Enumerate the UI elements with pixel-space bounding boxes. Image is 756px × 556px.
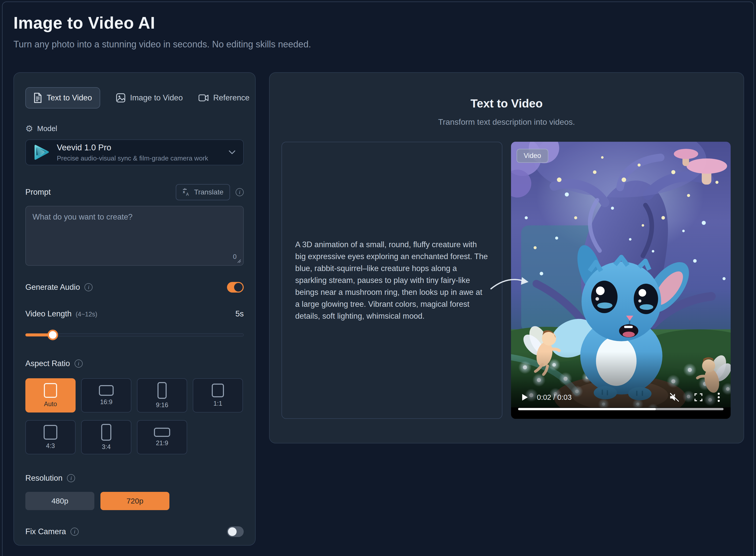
video-progress-bar[interactable] (518, 408, 724, 410)
video-camera-icon (199, 94, 209, 102)
aspect-shape-icon (154, 428, 170, 437)
resize-handle[interactable] (236, 258, 241, 263)
mouth (619, 324, 638, 338)
slider-thumb[interactable] (47, 329, 58, 340)
model-section-label-row: ⚙ Model (25, 124, 244, 133)
model-texts: Veevid 1.0 Pro Precise audio-visual sync… (57, 143, 229, 162)
video-length-row: Video Length (4~12s) 5s (25, 309, 244, 318)
aspect-option-1-1[interactable]: 1:1 (193, 378, 243, 413)
example-prompt-text: A 3D animation of a small, round, fluffy… (295, 239, 489, 322)
fix-camera-toggle[interactable] (227, 526, 244, 537)
aspect-ratio-info-icon[interactable]: i (75, 359, 83, 368)
page-subtitle: Turn any photo into a stunning video in … (13, 39, 311, 50)
gear-icon: ⚙ (25, 124, 33, 133)
tab-label: Image to Video (130, 93, 183, 102)
example-prompt-card: A 3D animation of a small, round, fluffy… (281, 142, 503, 419)
page-title: Image to Video AI (13, 13, 311, 32)
model-name: Veevid 1.0 Pro (57, 143, 229, 152)
mute-icon[interactable] (669, 393, 679, 402)
preview-subheading: Transform text description into videos. (270, 117, 744, 127)
generate-audio-label: Generate Audio (25, 283, 80, 292)
tab-image-to-video[interactable]: Image to Video (116, 93, 183, 103)
aspect-option-9-16[interactable]: 9:16 (137, 378, 187, 413)
mode-tabs: Text to Video Image to Video Reference (25, 87, 244, 108)
chevron-down-icon (229, 150, 236, 155)
video-badge: Video (517, 149, 548, 163)
tab-reference[interactable]: Reference (199, 93, 249, 102)
play-icon[interactable] (522, 393, 528, 401)
preview-panel: Text to Video Transform text description… (269, 72, 744, 444)
translate-icon: x A (182, 188, 191, 196)
toggle-knob (234, 283, 243, 291)
progress-filled (518, 408, 656, 410)
tab-label: Reference (213, 93, 249, 102)
resolution-options: 480p 720p (25, 492, 244, 510)
aspect-option-16-9[interactable]: 16:9 (81, 378, 131, 413)
prompt-box: 0 (25, 206, 244, 266)
aspect-option-auto[interactable]: Auto (25, 378, 76, 413)
resolution-label-row: Resolution i (25, 474, 244, 483)
resolution-option-720p[interactable]: 720p (100, 492, 169, 510)
preview-heading: Text to Video (270, 97, 744, 110)
aspect-option-3-4[interactable]: 3:4 (81, 420, 131, 454)
tab-text-to-video[interactable]: Text to Video (25, 87, 100, 108)
more-options-icon[interactable] (717, 392, 720, 402)
resolution-label: Resolution (25, 474, 62, 483)
video-length-value: 5s (235, 309, 244, 318)
model-section-label: Model (37, 125, 57, 133)
video-control-icons (669, 392, 720, 402)
document-icon (33, 93, 42, 103)
aspect-shape-icon (101, 424, 111, 441)
image-icon (116, 93, 126, 103)
video-preview-scene (511, 142, 731, 408)
veevid-logo (31, 142, 51, 162)
model-select[interactable]: Veevid 1.0 Pro Precise audio-visual sync… (25, 139, 244, 165)
aspect-shape-icon (212, 384, 224, 397)
toggle-knob (228, 527, 237, 536)
video-length-label: Video Length (25, 309, 71, 318)
aspect-ratio-label: Aspect Ratio (25, 359, 70, 368)
left-eye (591, 281, 618, 313)
resolution-info-icon[interactable]: i (67, 474, 75, 482)
aspect-shape-icon (99, 385, 114, 396)
aspect-option-21-9[interactable]: 21:9 (137, 420, 187, 454)
aspect-ratio-grid: Auto 16:9 9:16 1:1 4:3 3:4 21:9 (25, 378, 244, 454)
aspect-option-4-3[interactable]: 4:3 (25, 420, 76, 454)
aspect-shape-icon (44, 383, 57, 398)
generate-audio-info-icon[interactable]: i (84, 283, 93, 291)
settings-panel: Text to Video Image to Video Reference ⚙… (13, 72, 255, 546)
right-eye (634, 284, 658, 314)
prompt-label: Prompt (25, 187, 176, 197)
prompt-info-icon[interactable]: i (236, 188, 244, 196)
prompt-header-row: Prompt x A Translate i (25, 184, 244, 200)
model-description: Precise audio-visual sync & film-grade c… (57, 154, 229, 162)
video-player[interactable]: Video 0:02 / 0:03 (511, 142, 731, 419)
resolution-option-480p[interactable]: 480p (25, 492, 94, 510)
page-header: Image to Video AI Turn any photo into a … (13, 13, 311, 50)
aspect-shape-icon (158, 382, 167, 399)
video-length-slider[interactable] (25, 329, 244, 340)
video-length-range-hint: (4~12s) (76, 311, 97, 318)
prompt-input[interactable] (32, 212, 237, 250)
fix-camera-row: Fix Camera i (25, 526, 244, 537)
fix-camera-label: Fix Camera (25, 527, 66, 536)
translate-button[interactable]: x A Translate (176, 184, 230, 200)
preview-content-row: A 3D animation of a small, round, fluffy… (281, 142, 731, 419)
translate-label: Translate (194, 188, 224, 196)
generate-audio-toggle[interactable] (227, 282, 244, 292)
slider-track[interactable] (25, 334, 244, 337)
aspect-shape-icon (44, 425, 57, 440)
svg-text:x: x (183, 189, 185, 194)
fix-camera-info-icon[interactable]: i (70, 528, 79, 536)
video-time: 0:02 / 0:03 (537, 393, 572, 402)
svg-text:A: A (186, 192, 189, 196)
generate-audio-row: Generate Audio i (25, 282, 244, 292)
tab-label: Text to Video (47, 93, 92, 102)
fullscreen-icon[interactable] (694, 393, 703, 402)
video-controls: 0:02 / 0:03 (522, 392, 720, 402)
aspect-ratio-label-row: Aspect Ratio i (25, 359, 244, 368)
